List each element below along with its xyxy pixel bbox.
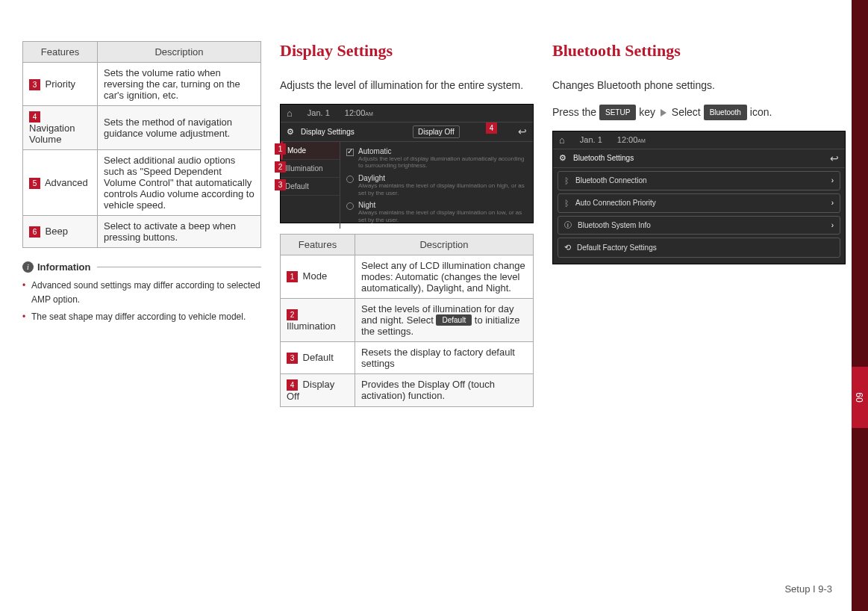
list-item: Advanced sound settings may differ accor… <box>22 279 261 307</box>
num-badge: 4 <box>287 379 298 391</box>
setup-key: SETUP <box>599 105 636 120</box>
num-badge: 3 <box>287 353 298 364</box>
table-row: 4 Display OffProvides the Display Off (t… <box>281 373 534 406</box>
status-date: Jan. 1 <box>307 108 330 117</box>
status-time: 12:00AM <box>617 135 646 144</box>
side-tab-active: 09 <box>852 367 868 428</box>
chevron-right-icon: › <box>831 176 834 184</box>
status-time: 12:00AM <box>345 108 373 117</box>
num-badge: 4 <box>29 111 40 122</box>
home-icon <box>559 134 565 146</box>
display-settings-screenshot: 1 2 3 4 Jan. 1 12:00AM Display Settings … <box>280 104 534 223</box>
bluetooth-intro-1: Changes Bluetooth phone settings. <box>552 77 846 95</box>
side-tab <box>852 61 868 122</box>
column-1: Features Description 3 PrioritySets the … <box>22 41 261 407</box>
information-header: i Information <box>22 261 261 273</box>
bluetooth-icon <box>564 199 569 208</box>
option-row: AutomaticAdjusts the level of display il… <box>346 145 527 172</box>
side-tab <box>852 489 868 550</box>
side-tab <box>852 183 868 244</box>
status-bar: Jan. 1 12:00AM <box>553 131 845 149</box>
info-icon: i <box>22 261 34 273</box>
divider <box>97 267 262 267</box>
screenshot-title: Display Settings <box>301 128 355 136</box>
features-table-2: Features Description 1 ModeSelect any of… <box>280 234 534 407</box>
sidebar-item: Default <box>281 178 340 196</box>
th-description: Description <box>98 42 261 63</box>
table-row: 6 BeepSelect to activate a beep when pre… <box>23 216 261 248</box>
side-tabs: 09 <box>852 0 868 611</box>
num-badge: 6 <box>29 226 40 238</box>
screenshot-options: AutomaticAdjusts the level of display il… <box>340 142 533 229</box>
bluetooth-key: Bluetooth <box>704 105 747 120</box>
callout-3: 3 <box>275 179 286 190</box>
table-row: 1 ModeSelect any of LCD illumination cha… <box>281 255 534 298</box>
default-key: Default <box>436 314 472 326</box>
list-item: The seat shape may differ according to v… <box>22 310 261 324</box>
gear-icon <box>559 153 569 163</box>
chevron-right-icon: › <box>831 221 834 229</box>
screenshot-title: Bluetooth Settings <box>573 154 634 162</box>
side-tab <box>852 428 868 489</box>
th-description: Description <box>355 234 534 255</box>
status-bar: Jan. 1 12:00AM <box>281 105 533 122</box>
table-row: 3 PrioritySets the volume ratio when rev… <box>23 63 261 106</box>
radio-icon <box>346 176 354 183</box>
gear-icon <box>287 127 296 137</box>
bluetooth-settings-screenshot: Jan. 1 12:00AM Bluetooth Settings ↩ Blue… <box>552 131 846 264</box>
info-icon: i <box>564 221 572 229</box>
bluetooth-list: Bluetooth Connection›Auto Connection Pri… <box>553 168 845 264</box>
num-badge: 3 <box>29 79 40 90</box>
back-icon: ↩ <box>830 152 839 164</box>
side-tab <box>852 550 868 611</box>
bluetooth-intro-2: Press the SETUP key Select Bluetooth ico… <box>552 104 846 122</box>
chevron-right-icon: › <box>831 199 834 207</box>
num-badge: 2 <box>287 309 298 320</box>
features-table-1: Features Description 3 PrioritySets the … <box>22 41 261 248</box>
sidebar-item: Mode <box>281 142 340 160</box>
back-icon: ↩ <box>518 125 527 137</box>
table-row: 3 DefaultResets the display to factory d… <box>281 341 534 373</box>
information-title: Information <box>37 261 91 273</box>
display-off-button: Display Off <box>413 125 460 138</box>
sidebar-item: Illumination <box>281 160 340 178</box>
information-list: Advanced sound settings may differ accor… <box>22 279 261 325</box>
display-intro: Adjusts the level of illumination for th… <box>280 77 534 95</box>
column-2: Display Settings Adjusts the level of il… <box>280 41 534 407</box>
option-row: NightAlways maintains the level of displ… <box>346 199 527 226</box>
page-footer: Setup I 9-3 <box>784 583 832 595</box>
num-badge: 5 <box>29 178 40 189</box>
bluetooth-icon <box>564 176 569 185</box>
th-features: Features <box>23 42 98 63</box>
list-item: Default Factory Settings <box>558 238 840 258</box>
side-tab <box>852 0 868 61</box>
side-tab <box>852 122 868 184</box>
num-badge: 1 <box>287 271 298 282</box>
check-icon <box>346 149 354 156</box>
table-row: 2 IlluminationSet the levels of illumina… <box>281 298 534 341</box>
side-tab <box>852 244 868 306</box>
screenshot-sidebar: ModeIlluminationDefault <box>281 142 340 229</box>
side-tab <box>852 306 868 367</box>
table-row: 5 AdvancedSelect additional audio option… <box>23 150 261 216</box>
section-title-bluetooth: Bluetooth Settings <box>552 41 846 61</box>
list-item: Bluetooth Connection› <box>558 171 840 190</box>
list-item: Auto Connection Priority› <box>558 193 840 213</box>
list-item: iBluetooth System Info› <box>558 216 840 235</box>
home-icon <box>287 108 293 119</box>
column-3: Bluetooth Settings Changes Bluetooth pho… <box>552 41 846 407</box>
callout-4: 4 <box>486 122 497 134</box>
option-row: DaylightAlways maintains the level of di… <box>346 172 527 199</box>
callout-1: 1 <box>275 143 286 155</box>
table-row: 4 Navigation VolumeSets the method of na… <box>23 106 261 150</box>
title-bar: Bluetooth Settings ↩ <box>553 149 845 168</box>
th-features: Features <box>281 234 355 255</box>
reset-icon <box>564 243 571 252</box>
callout-2: 2 <box>275 161 286 173</box>
triangle-icon <box>661 109 666 117</box>
status-date: Jan. 1 <box>580 135 602 144</box>
section-title-display: Display Settings <box>280 41 534 61</box>
radio-icon <box>346 202 354 210</box>
